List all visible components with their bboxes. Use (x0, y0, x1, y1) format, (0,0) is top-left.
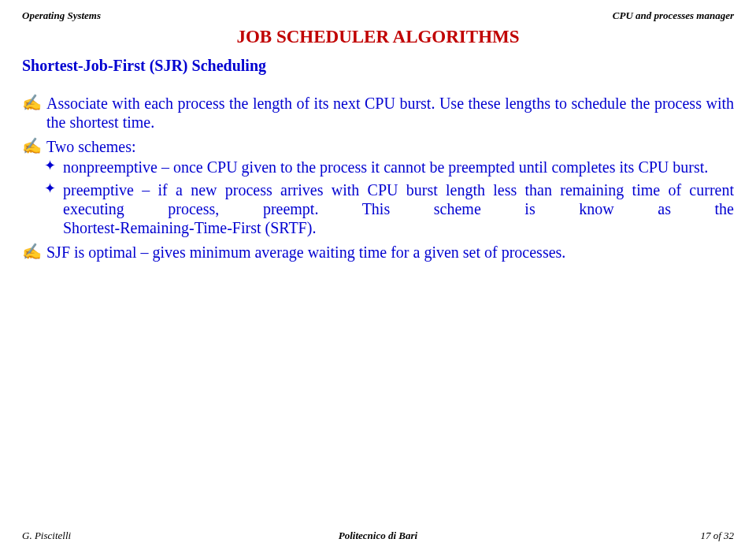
bullet-item: ✍ Associate with each process the length… (22, 94, 734, 132)
bullet-text: SJF is optimal – gives minimum average w… (46, 243, 734, 262)
footer-page-number: 17 of 32 (700, 530, 734, 542)
page-title: JOB SCHEDULER ALGORITHMS (22, 27, 734, 47)
body-content: ✍ Associate with each process the length… (22, 94, 734, 262)
bullet-text: Two schemes: (46, 137, 734, 156)
sub-bullet-item: ✦ preemptive – if a new process arrives … (44, 180, 734, 238)
hand-icon: ✍ (22, 243, 42, 262)
header-right: CPU and processes manager (613, 9, 734, 22)
hand-icon: ✍ (22, 94, 42, 113)
page-header: Operating Systems CPU and processes mana… (22, 9, 734, 22)
bullet-item: ✍ Two schemes: (22, 137, 734, 156)
sub-bullet-text: nonpreemptive – once CPU given to the pr… (63, 158, 734, 177)
text-line: preemptive – if a new process arrives wi… (63, 180, 734, 199)
header-left: Operating Systems (22, 9, 101, 22)
bullet-text: Associate with each process the length o… (46, 94, 734, 132)
page: Operating Systems CPU and processes mana… (0, 0, 756, 550)
text-line: Shortest-Remaining-Time-First (SRTF). (63, 218, 734, 237)
footer-author: G. Piscitelli (22, 530, 71, 542)
hand-icon: ✍ (22, 137, 42, 156)
sub-bullet-item: ✦ nonpreemptive – once CPU given to the … (44, 158, 734, 177)
footer-institution: Politecnico di Bari (22, 530, 734, 542)
sub-bullet-text: preemptive – if a new process arrives wi… (63, 180, 734, 238)
page-footer: G. Piscitelli Politecnico di Bari 17 of … (22, 530, 734, 542)
diamond-icon: ✦ (44, 180, 63, 198)
text-line: executing process, preempt. This scheme … (63, 199, 734, 218)
diamond-icon: ✦ (44, 158, 63, 175)
bullet-item: ✍ SJF is optimal – gives minimum average… (22, 243, 734, 262)
section-heading: Shortest-Job-First (SJR) Scheduling (22, 57, 734, 75)
